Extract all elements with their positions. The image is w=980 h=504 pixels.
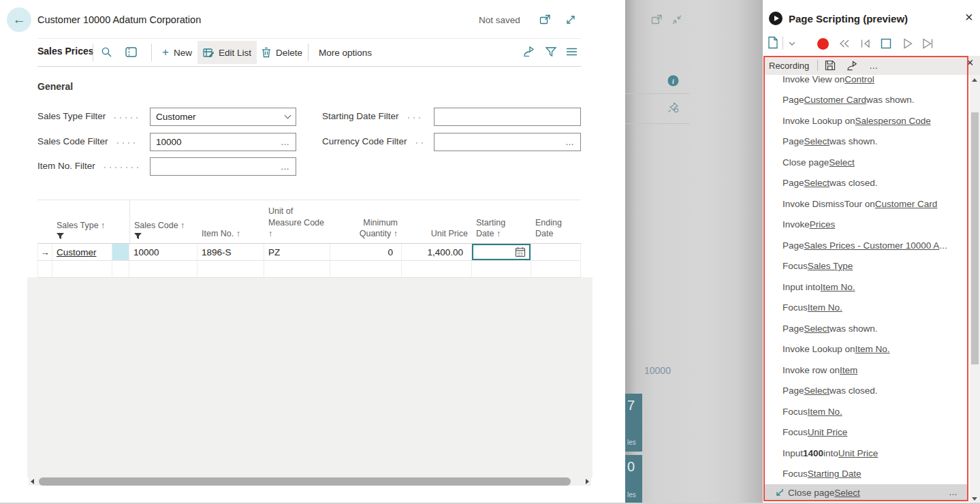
back-button[interactable]: ←	[7, 7, 31, 32]
skip-to-end-icon[interactable]	[922, 38, 934, 49]
filter-input-currency-code-filter[interactable]: …	[434, 133, 581, 151]
save-recording-icon[interactable]	[825, 60, 836, 71]
vertical-scrollbar-thumb[interactable]	[971, 112, 979, 364]
script-step[interactable]: Focus Starting Date	[764, 464, 968, 485]
step-target-link[interactable]: Starting Date	[808, 469, 862, 479]
script-step[interactable]: Input 1400 into Unit Price	[764, 443, 968, 464]
table-row[interactable]: →Customer100001896-SPZ01,400.00	[37, 244, 581, 261]
horizontal-scrollbar-thumb[interactable]	[39, 477, 571, 486]
filter-icon[interactable]	[545, 46, 557, 57]
table-cell[interactable]	[129, 261, 197, 278]
delete-button[interactable]: Delete	[256, 41, 308, 64]
column-header-unit-of-measure-code[interactable]: Unit ofMeasure Code↑	[264, 200, 330, 243]
table-cell[interactable]	[112, 261, 129, 278]
step-target-link[interactable]: Unit Price	[808, 427, 848, 437]
script-step[interactable]: Invoke row on Item	[764, 360, 968, 381]
step-target-link[interactable]: Select	[804, 324, 830, 334]
record-button[interactable]	[817, 38, 829, 50]
scroll-down-arrow[interactable]	[972, 497, 977, 501]
panel-close-icon[interactable]: ×	[965, 10, 973, 25]
table-cell[interactable]: 10000	[129, 244, 197, 261]
table-cell[interactable]	[531, 244, 581, 261]
recording-more-icon[interactable]: …	[869, 61, 879, 71]
script-step[interactable]: Close page Select…	[764, 484, 968, 501]
step-more-icon[interactable]: …	[949, 487, 959, 497]
step-target-link[interactable]: Item No.	[821, 282, 855, 292]
share-recording-icon[interactable]	[847, 61, 858, 71]
script-step[interactable]: Page Sales Prices - Customer 10000 A...	[764, 235, 968, 256]
assist-edit-icon[interactable]: …	[281, 137, 290, 147]
script-step[interactable]: Invoke Prices	[764, 215, 968, 236]
expand-dialog-icon[interactable]	[565, 14, 576, 25]
filter-input-sales-code-filter[interactable]: 10000…	[150, 133, 296, 151]
step-target-link[interactable]: Select	[829, 157, 855, 168]
step-target-link[interactable]: Item	[840, 365, 857, 375]
recording-close-icon[interactable]: ×	[966, 56, 974, 70]
open-in-new-window-icon[interactable]	[539, 14, 551, 25]
step-target-link[interactable]: Control	[844, 75, 874, 84]
step-target-link[interactable]: Item No.	[808, 302, 842, 313]
row-marker-cell[interactable]: →	[37, 244, 52, 261]
scroll-up-arrow[interactable]	[972, 78, 977, 82]
script-step[interactable]: Invoke Lookup on Salesperson Code	[764, 110, 968, 131]
table-cell[interactable]	[472, 261, 531, 278]
column-header-item-no-[interactable]: Item No. ↑	[197, 200, 264, 243]
stop-icon[interactable]	[881, 38, 891, 49]
script-step[interactable]: Page Select was shown.	[764, 131, 968, 153]
table-cell[interactable]: 1896-S	[197, 244, 264, 261]
horizontal-scrollbar[interactable]	[29, 477, 591, 486]
table-cell[interactable]	[402, 261, 472, 278]
script-step[interactable]: Focus Sales Type	[764, 256, 968, 277]
step-target-link[interactable]: Customer Card	[804, 95, 867, 105]
column-header-unit-price[interactable]: Unit Price	[402, 200, 472, 243]
calendar-icon[interactable]	[515, 247, 526, 257]
step-target-link[interactable]: Unit Price	[838, 448, 879, 458]
script-step[interactable]: Focus Item No.	[764, 401, 968, 422]
table-cell[interactable]	[264, 261, 330, 278]
table-cell[interactable]	[37, 261, 52, 278]
step-backward-icon[interactable]	[860, 39, 871, 48]
assist-edit-icon[interactable]: …	[281, 161, 290, 172]
table-cell[interactable]: Customer	[52, 244, 112, 261]
step-target-link[interactable]: Sales Type	[808, 261, 853, 271]
filter-input-sales-type-filter[interactable]: Customer	[150, 108, 296, 126]
table-row[interactable]	[37, 261, 581, 278]
table-cell[interactable]	[330, 261, 402, 278]
step-target-link[interactable]: Select	[804, 385, 830, 396]
view-options-icon[interactable]	[125, 47, 137, 57]
step-target-link[interactable]: Item No.	[855, 344, 890, 354]
assist-edit-icon[interactable]: …	[565, 137, 575, 147]
search-icon[interactable]	[101, 46, 112, 58]
scroll-right-arrow[interactable]	[586, 479, 589, 484]
new-script-icon[interactable]	[768, 36, 778, 49]
script-step[interactable]: Close page Select	[764, 152, 968, 173]
cell-link[interactable]: Customer	[57, 247, 97, 257]
rewind-icon[interactable]	[838, 39, 851, 48]
script-step[interactable]: Focus Item No.	[764, 298, 968, 319]
play-icon[interactable]	[903, 38, 913, 49]
script-step[interactable]: Invoke View on Control	[764, 75, 968, 90]
step-target-link[interactable]: Item No.	[808, 407, 842, 417]
share-icon[interactable]	[523, 46, 535, 57]
vertical-scrollbar[interactable]	[970, 75, 980, 504]
table-cell[interactable]	[52, 261, 112, 278]
step-target-link[interactable]: Select	[804, 178, 830, 188]
column-header-sales-type[interactable]: Sales Type ↑	[52, 200, 112, 243]
list-view-icon[interactable]	[566, 47, 578, 57]
column-header-sales-code[interactable]: Sales Code ↑	[129, 200, 197, 243]
script-dropdown-chevron-icon[interactable]	[788, 41, 796, 46]
step-target-link[interactable]: Salesperson Code	[855, 116, 931, 126]
step-target-link[interactable]: Sales Prices - Customer 10000 A	[804, 240, 940, 251]
step-target-link[interactable]: Prices	[810, 219, 836, 230]
step-target-link[interactable]: Select	[834, 488, 860, 498]
table-cell[interactable]	[112, 244, 129, 261]
edit-list-button[interactable]: Edit List	[197, 41, 257, 64]
more-options-button[interactable]: More options	[313, 41, 377, 64]
column-header-starting-date[interactable]: StartingDate ↑	[472, 200, 531, 243]
filter-input-item-no-filter[interactable]: …	[150, 157, 296, 176]
column-header-ending-date[interactable]: Ending Date	[531, 200, 581, 243]
script-step[interactable]: Invoke Lookup on Item No.	[764, 339, 968, 360]
table-cell[interactable]	[197, 261, 264, 278]
table-cell[interactable]	[472, 244, 531, 261]
script-step[interactable]: Invoke DismissTour on Customer Card	[764, 193, 968, 215]
